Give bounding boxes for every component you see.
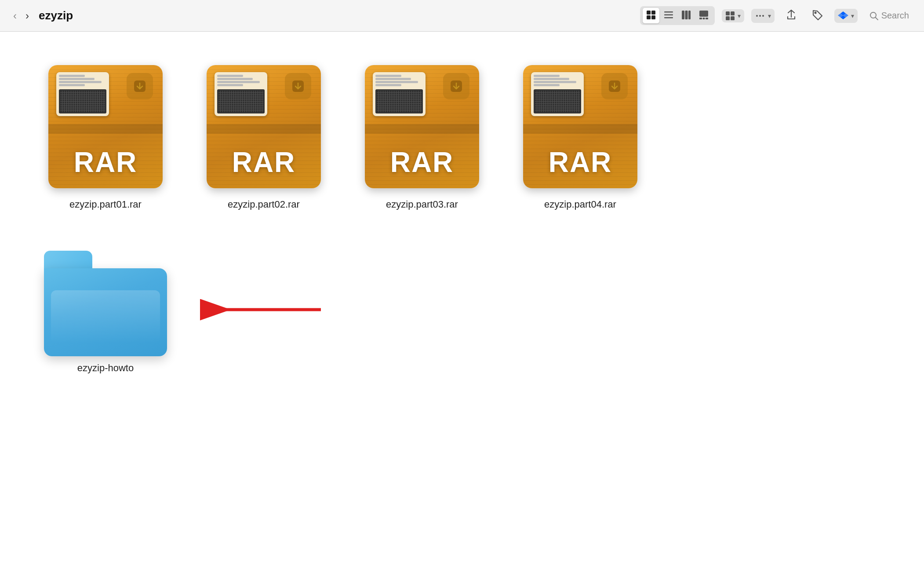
svg-rect-0 <box>647 11 651 15</box>
svg-line-23 <box>875 17 878 20</box>
folder-icon <box>44 251 167 356</box>
tag-button[interactable] <box>808 7 827 24</box>
svg-rect-15 <box>731 11 735 15</box>
view-icon-columns[interactable] <box>678 8 695 23</box>
file-item-rar2[interactable]: RAR ezyzip.part02.rar <box>185 58 343 217</box>
file-item-rar3[interactable]: RAR ezyzip.part03.rar <box>343 58 501 217</box>
svg-rect-10 <box>699 11 708 17</box>
view-icon-grid[interactable] <box>643 8 659 23</box>
rar-label-2: RAR <box>207 146 321 179</box>
svg-rect-7 <box>682 11 684 19</box>
svg-rect-17 <box>731 16 735 20</box>
dropbox-chevron-icon: ▾ <box>851 12 854 19</box>
rar-label-4: RAR <box>523 146 637 179</box>
svg-point-21 <box>815 12 816 14</box>
rar-label-3: RAR <box>365 146 479 179</box>
svg-rect-8 <box>685 11 688 19</box>
group-view-button[interactable]: ▾ <box>722 9 744 22</box>
svg-rect-5 <box>664 15 673 16</box>
rar-icon-1: RAR <box>48 65 163 193</box>
arrow-annotation <box>193 296 325 323</box>
file-item-rar1[interactable]: RAR ezyzip.part01.rar <box>26 58 185 217</box>
view-icon-gallery[interactable] <box>695 8 712 23</box>
svg-point-19 <box>759 15 761 17</box>
file-name-1: ezyzip.part01.rar <box>69 199 142 210</box>
svg-rect-16 <box>726 16 730 20</box>
second-row: ezyzip-howto <box>26 244 898 381</box>
window-title: ezyzip <box>39 9 73 22</box>
share-button[interactable] <box>782 7 801 24</box>
file-item-rar4[interactable]: RAR ezyzip.part04.rar <box>501 58 659 217</box>
svg-rect-3 <box>651 15 655 19</box>
red-arrow-icon <box>193 296 325 323</box>
content-area: RAR ezyzip.part01.rar <box>0 32 924 398</box>
svg-rect-6 <box>664 17 673 18</box>
search-label: Search <box>881 11 909 21</box>
rar-label-1: RAR <box>48 146 163 179</box>
folder-name: ezyzip-howto <box>77 362 134 374</box>
view-controls <box>640 6 715 25</box>
file-name-3: ezyzip.part03.rar <box>386 199 458 210</box>
search-area[interactable]: Search <box>865 9 913 22</box>
file-name-4: ezyzip.part04.rar <box>544 199 616 210</box>
view-icon-list[interactable] <box>660 8 677 23</box>
svg-rect-2 <box>647 15 651 19</box>
back-button[interactable]: ‹ <box>11 9 19 23</box>
nav-buttons: ‹ › <box>11 9 32 23</box>
svg-rect-11 <box>699 18 702 19</box>
forward-button[interactable]: › <box>23 9 32 23</box>
svg-point-18 <box>756 15 758 17</box>
rar-icon-2: RAR <box>207 65 321 193</box>
dropbox-button[interactable]: ▾ <box>834 9 858 23</box>
svg-rect-14 <box>726 11 730 15</box>
more-chevron-icon: ▾ <box>768 12 771 19</box>
svg-rect-1 <box>651 11 655 15</box>
svg-rect-13 <box>706 18 708 19</box>
rar-files-row: RAR ezyzip.part01.rar <box>26 58 898 217</box>
rar-icon-3: RAR <box>365 65 479 193</box>
file-name-2: ezyzip.part02.rar <box>228 199 300 210</box>
svg-rect-12 <box>702 18 705 19</box>
svg-rect-9 <box>688 11 691 19</box>
folder-item[interactable]: ezyzip-howto <box>26 244 185 381</box>
rar-icon-4: RAR <box>523 65 637 193</box>
svg-rect-4 <box>664 11 673 13</box>
svg-point-20 <box>762 15 764 17</box>
toolbar: ‹ › ezyzip <box>0 0 924 32</box>
more-options-button[interactable]: ▾ <box>751 9 775 23</box>
group-chevron-icon: ▾ <box>738 12 741 19</box>
